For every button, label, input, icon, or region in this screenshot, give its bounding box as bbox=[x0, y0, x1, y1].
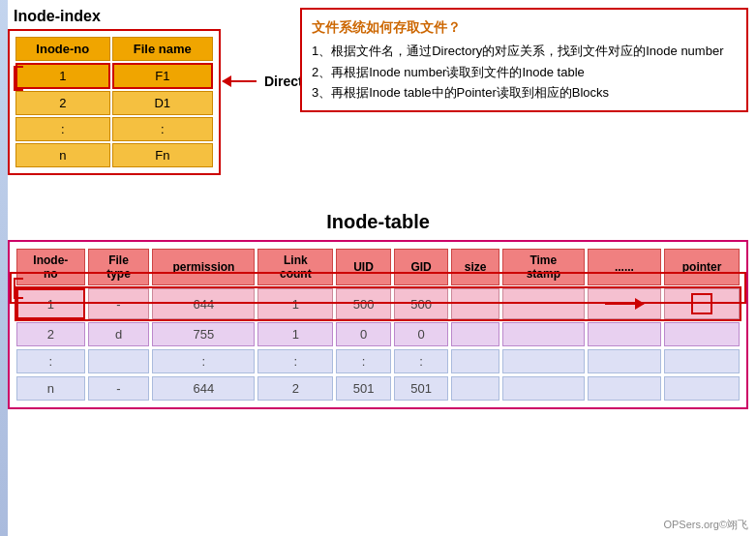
info-line-1: 1、根据文件名，通过Directory的对应关系，找到文件对应的Inode nu… bbox=[312, 42, 737, 61]
table-row: 1 F1 bbox=[15, 63, 213, 89]
cell-dots bbox=[588, 322, 661, 346]
pointer-box bbox=[691, 293, 712, 314]
col-gid: GID bbox=[394, 249, 449, 285]
cell-permission: 644 bbox=[152, 376, 255, 401]
cell-size bbox=[451, 376, 499, 401]
table-row: 1 - 644 1 500 500 bbox=[16, 288, 740, 319]
cell-file-type: d bbox=[88, 322, 150, 346]
col-file-type: Filetype bbox=[88, 249, 150, 285]
inode-table-section: Inode-no Filetype permission Linkcount U… bbox=[8, 240, 748, 409]
cell-timestamp bbox=[502, 376, 585, 401]
inode-data-table: Inode-no Filetype permission Linkcount U… bbox=[14, 246, 742, 403]
row-arrow bbox=[594, 303, 654, 305]
inode-no-cell: n bbox=[15, 143, 110, 167]
cell-gid: 500 bbox=[394, 288, 449, 319]
arrow-line bbox=[605, 303, 644, 305]
cell-file-type: - bbox=[88, 288, 150, 319]
table-row: 2 d 755 1 0 0 bbox=[16, 322, 740, 346]
cell-size bbox=[451, 322, 499, 346]
cell-inode-no: 1 bbox=[16, 288, 85, 319]
cell-link-count: 1 bbox=[257, 322, 333, 346]
cell-file-type: - bbox=[88, 376, 150, 401]
table-row: 2 D1 bbox=[15, 91, 213, 115]
watermark: OPSers.org©翊飞 bbox=[663, 518, 748, 532]
cell-uid: : bbox=[336, 349, 391, 373]
col-pointer: pointer bbox=[664, 249, 740, 285]
cell-pointer bbox=[664, 322, 740, 346]
info-line-2: 2、再根据Inode number读取到文件的Inode table bbox=[312, 63, 737, 82]
cell-inode-no: n bbox=[16, 376, 85, 401]
cell-permission: 644 bbox=[152, 288, 255, 319]
left-decorative-bar bbox=[0, 0, 8, 536]
cell-inode-no: : bbox=[16, 349, 85, 373]
info-box-title: 文件系统如何存取文件？ bbox=[312, 17, 737, 38]
table-row: : : bbox=[15, 117, 213, 141]
table-row: : : : : : bbox=[16, 349, 740, 373]
info-line-3: 3、再根据Inode table中的Pointer读取到相应的Blocks bbox=[312, 83, 737, 103]
cell-timestamp bbox=[502, 322, 585, 346]
cell-permission: : bbox=[152, 349, 255, 373]
cell-uid: 501 bbox=[336, 376, 391, 401]
file-name-cell: F1 bbox=[112, 63, 213, 89]
inode-table-title: Inode-table bbox=[0, 211, 756, 233]
inode-no-cell: 1 bbox=[15, 63, 110, 89]
col-link-count: Linkcount bbox=[257, 249, 333, 285]
col-inode-no: Inode-no bbox=[16, 249, 85, 285]
cell-pointer bbox=[664, 349, 740, 373]
col-dots: ...... bbox=[588, 249, 661, 285]
col-uid: UID bbox=[336, 249, 391, 285]
cell-permission: 755 bbox=[152, 322, 255, 346]
file-name-header: File name bbox=[112, 37, 213, 61]
table-row: n Fn bbox=[15, 143, 213, 167]
cell-gid: 501 bbox=[394, 376, 449, 401]
inode-index-title: Inode-index bbox=[12, 8, 101, 25]
info-box: 文件系统如何存取文件？ 1、根据文件名，通过Directory的对应关系，找到文… bbox=[300, 8, 748, 112]
col-size: size bbox=[451, 249, 499, 285]
main-container: Inode-index Inode-no File name 1 F1 2 D1 bbox=[0, 0, 756, 536]
cell-uid: 500 bbox=[336, 288, 391, 319]
info-box-content: 1、根据文件名，通过Directory的对应关系，找到文件对应的Inode nu… bbox=[312, 42, 737, 103]
cell-gid: 0 bbox=[394, 322, 449, 346]
inode-no-header: Inode-no bbox=[15, 37, 110, 61]
cell-link-count: 2 bbox=[257, 376, 333, 401]
table-header-row: Inode-no Filetype permission Linkcount U… bbox=[16, 249, 740, 285]
row-bracket-left bbox=[14, 66, 23, 91]
cell-timestamp bbox=[502, 288, 585, 319]
cell-pointer bbox=[664, 376, 740, 401]
inode-no-cell: 2 bbox=[15, 91, 110, 115]
cell-dots bbox=[588, 349, 661, 373]
cell-file-type bbox=[88, 349, 150, 373]
table-row: n - 644 2 501 501 bbox=[16, 376, 740, 401]
col-timestamp: Timestamp bbox=[502, 249, 585, 285]
cell-link-count: : bbox=[257, 349, 333, 373]
cell-gid: : bbox=[394, 349, 449, 373]
cell-dots bbox=[588, 376, 661, 401]
inode-no-cell: : bbox=[15, 117, 110, 141]
cell-link-count: 1 bbox=[257, 288, 333, 319]
cell-pointer bbox=[664, 288, 740, 319]
cell-size bbox=[451, 349, 499, 373]
file-name-cell: Fn bbox=[112, 143, 213, 167]
file-name-cell: : bbox=[112, 117, 213, 141]
col-permission: permission bbox=[152, 249, 255, 285]
inode-index-section: Inode-no File name 1 F1 2 D1 : : n bbox=[8, 29, 221, 175]
cell-uid: 0 bbox=[336, 322, 391, 346]
cell-timestamp bbox=[502, 349, 585, 373]
cell-dots bbox=[588, 288, 661, 319]
cell-size bbox=[451, 288, 499, 319]
cell-inode-no: 2 bbox=[16, 322, 85, 346]
file-name-cell: D1 bbox=[112, 91, 213, 115]
inode-row-bracket-left bbox=[14, 278, 23, 299]
inode-index-table: Inode-no File name 1 F1 2 D1 : : n bbox=[14, 35, 215, 169]
